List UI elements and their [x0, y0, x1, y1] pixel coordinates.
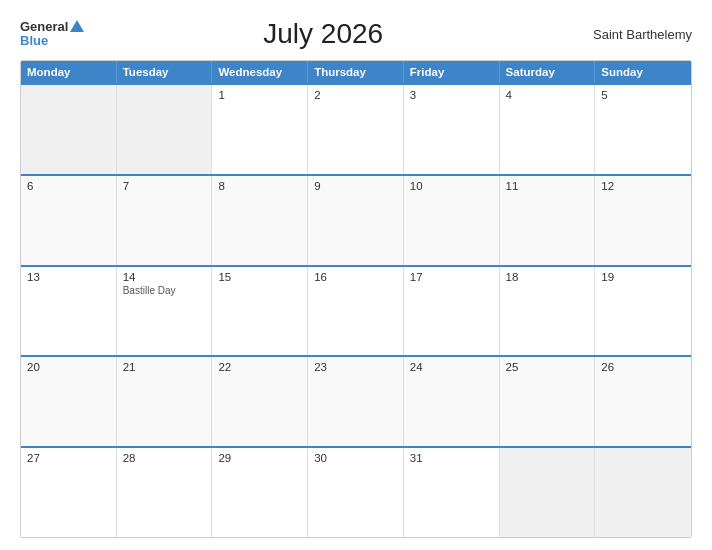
header-wednesday: Wednesday — [212, 61, 308, 83]
header: General Blue July 2026 Saint Barthelemy — [20, 18, 692, 50]
cal-cell-empty — [595, 448, 691, 537]
calendar-page: General Blue July 2026 Saint Barthelemy … — [0, 0, 712, 550]
cal-cell-7: 7 — [117, 176, 213, 265]
cal-cell-10: 10 — [404, 176, 500, 265]
week-1: 1 2 3 4 5 — [21, 83, 691, 174]
calendar: Monday Tuesday Wednesday Thursday Friday… — [20, 60, 692, 538]
header-friday: Friday — [404, 61, 500, 83]
week-3: 13 14 Bastille Day 15 16 17 18 19 — [21, 265, 691, 356]
logo: General Blue — [20, 20, 84, 49]
calendar-body: 1 2 3 4 5 6 7 8 9 10 11 12 13 14 — [21, 83, 691, 537]
cal-cell-3: 3 — [404, 85, 500, 174]
cal-cell-30: 30 — [308, 448, 404, 537]
logo-text-general: General — [20, 20, 68, 34]
cal-cell-12: 12 — [595, 176, 691, 265]
cal-cell-29: 29 — [212, 448, 308, 537]
cal-cell-empty — [117, 85, 213, 174]
header-thursday: Thursday — [308, 61, 404, 83]
cal-cell-5: 5 — [595, 85, 691, 174]
cal-cell-9: 9 — [308, 176, 404, 265]
cal-cell-24: 24 — [404, 357, 500, 446]
cal-cell-20: 20 — [21, 357, 117, 446]
header-monday: Monday — [21, 61, 117, 83]
cal-cell-11: 11 — [500, 176, 596, 265]
cal-cell-27: 27 — [21, 448, 117, 537]
month-title: July 2026 — [84, 18, 562, 50]
cal-cell-25: 25 — [500, 357, 596, 446]
cal-cell-13: 13 — [21, 267, 117, 356]
cal-cell-17: 17 — [404, 267, 500, 356]
cal-cell-18: 18 — [500, 267, 596, 356]
cal-cell-21: 21 — [117, 357, 213, 446]
cal-cell-empty — [21, 85, 117, 174]
cal-cell-19: 19 — [595, 267, 691, 356]
cal-cell-14: 14 Bastille Day — [117, 267, 213, 356]
cal-cell-empty — [500, 448, 596, 537]
cal-cell-26: 26 — [595, 357, 691, 446]
header-sunday: Sunday — [595, 61, 691, 83]
week-4: 20 21 22 23 24 25 26 — [21, 355, 691, 446]
week-2: 6 7 8 9 10 11 12 — [21, 174, 691, 265]
header-saturday: Saturday — [500, 61, 596, 83]
region-label: Saint Barthelemy — [562, 27, 692, 42]
cal-cell-15: 15 — [212, 267, 308, 356]
cal-cell-22: 22 — [212, 357, 308, 446]
cal-cell-4: 4 — [500, 85, 596, 174]
cal-cell-28: 28 — [117, 448, 213, 537]
header-tuesday: Tuesday — [117, 61, 213, 83]
logo-text-blue: Blue — [20, 34, 48, 48]
calendar-header: Monday Tuesday Wednesday Thursday Friday… — [21, 61, 691, 83]
cal-cell-6: 6 — [21, 176, 117, 265]
cal-cell-2: 2 — [308, 85, 404, 174]
cal-cell-23: 23 — [308, 357, 404, 446]
cal-cell-31: 31 — [404, 448, 500, 537]
week-5: 27 28 29 30 31 — [21, 446, 691, 537]
cal-cell-16: 16 — [308, 267, 404, 356]
cal-cell-8: 8 — [212, 176, 308, 265]
bastille-day-event: Bastille Day — [123, 285, 206, 296]
logo-triangle-icon — [70, 20, 84, 32]
cal-cell-1: 1 — [212, 85, 308, 174]
